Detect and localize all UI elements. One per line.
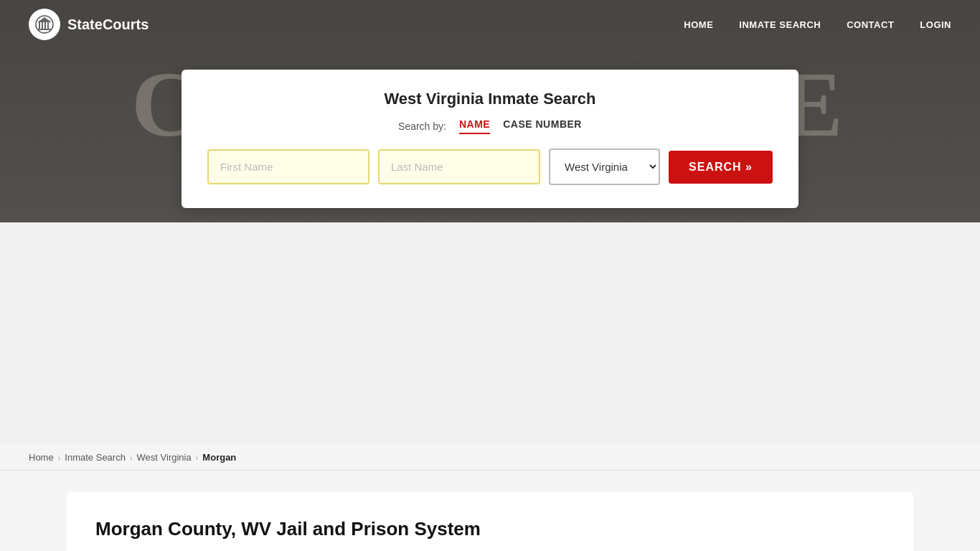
- search-by-row: Search by: NAME CASE NUMBER: [207, 118, 773, 134]
- breadcrumb: Home › Inmate Search › West Virginia › M…: [0, 445, 980, 471]
- tab-case-number[interactable]: CASE NUMBER: [503, 118, 582, 134]
- svg-rect-6: [37, 29, 52, 30]
- first-name-input[interactable]: [207, 149, 369, 184]
- content-card: Morgan County, WV Jail and Prison System…: [67, 492, 913, 551]
- breadcrumb-state[interactable]: West Virginia: [137, 452, 192, 463]
- svg-rect-4: [47, 22, 49, 29]
- breadcrumb-inmate-search[interactable]: Inmate Search: [65, 452, 126, 463]
- nav-contact[interactable]: CONTACT: [847, 19, 894, 30]
- breadcrumb-current: Morgan: [202, 452, 236, 463]
- search-fields: West Virginia Alabama Alaska Arizona Ark…: [207, 149, 773, 185]
- hero-section: COURTHOUSE StateCourts HOME: [0, 0, 980, 222]
- logo-label: StateCourts: [67, 17, 149, 33]
- nav-inmate-search[interactable]: INMATE SEARCH: [739, 19, 821, 30]
- breadcrumb-sep-2: ›: [130, 453, 133, 462]
- tab-name[interactable]: NAME: [459, 118, 490, 134]
- nav-login[interactable]: LOGIN: [920, 19, 951, 30]
- search-panel-title: West Virginia Inmate Search: [207, 90, 773, 108]
- main-content: Morgan County, WV Jail and Prison System…: [0, 471, 980, 551]
- search-by-label: Search by:: [398, 121, 446, 132]
- logo-icon: [29, 9, 60, 40]
- search-panel: West Virginia Inmate Search Search by: N…: [182, 70, 798, 208]
- state-select[interactable]: West Virginia Alabama Alaska Arizona Ark…: [549, 149, 660, 185]
- breadcrumb-sep-1: ›: [58, 453, 61, 462]
- last-name-input[interactable]: [378, 149, 540, 184]
- breadcrumb-home[interactable]: Home: [29, 452, 54, 463]
- search-button[interactable]: SEARCH »: [669, 151, 773, 184]
- svg-rect-2: [42, 22, 43, 29]
- navbar: StateCourts HOME INMATE SEARCH CONTACT L…: [0, 0, 980, 49]
- nav-home[interactable]: HOME: [684, 19, 713, 30]
- breadcrumb-sep-3: ›: [196, 453, 199, 462]
- site-logo[interactable]: StateCourts: [29, 9, 149, 40]
- svg-rect-3: [44, 22, 46, 29]
- content-title: Morgan County, WV Jail and Prison System: [95, 518, 885, 540]
- svg-rect-1: [39, 22, 40, 29]
- nav-links: HOME INMATE SEARCH CONTACT LOGIN: [684, 18, 951, 31]
